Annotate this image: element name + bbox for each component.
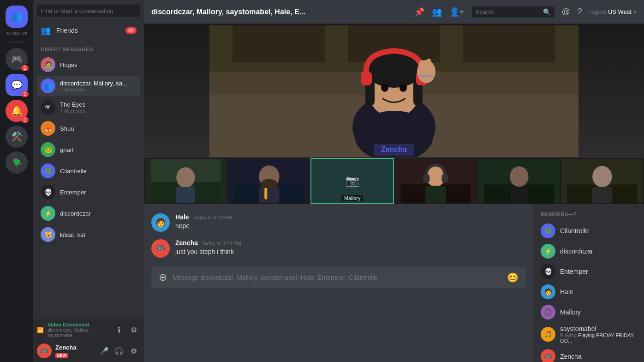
- alert-icon: 🔔: [11, 105, 23, 116]
- thumb-6[interactable]: [561, 158, 644, 204]
- message-hale: 🧑 Hale Today at 3:10 PM nope: [144, 211, 533, 234]
- dm-name-kitcat: kitcat_kat: [60, 231, 137, 238]
- dm-item-gnarf[interactable]: 🐸 gnarf: [37, 139, 140, 160]
- chevron-down-icon: ▾: [633, 8, 637, 15]
- alert-badge: 1: [21, 117, 29, 123]
- dm-sidebar: 👥 Friends 49 DIRECT MESSAGES 🧟 Hoges 👥 d…: [33, 0, 144, 362]
- member-info-zencha: Zencha: [560, 353, 637, 360]
- member-avatar-cilantrelle: 🌿: [541, 223, 555, 238]
- msg-header-zencha: Zencha Today at 3:10 PM: [175, 239, 526, 247]
- rail-item-game1[interactable]: 🎮 1: [6, 48, 28, 70]
- region-selector[interactable]: region US West ▾: [590, 8, 637, 15]
- user-controls: 🎤 🎧 ⚙: [98, 344, 140, 357]
- vc-settings-button[interactable]: ⚙: [127, 324, 140, 337]
- dm-avatar-shuu: 🦊: [41, 121, 55, 136]
- search-icon[interactable]: 🔍: [543, 8, 551, 16]
- dm-item-eyes[interactable]: 👁 The Eyes 7 Members: [37, 97, 140, 117]
- member-avatar-hale: 🧑: [541, 284, 555, 299]
- messages-list: 🧑 Hale Today at 3:10 PM nope 🎮: [144, 204, 533, 362]
- friends-badge: 49: [125, 27, 137, 34]
- pin-icon[interactable]: 📌: [414, 7, 424, 17]
- msg-body-zencha: Zencha Today at 3:10 PM just you steph i…: [175, 239, 526, 258]
- vc-info-button[interactable]: ℹ: [113, 324, 125, 337]
- msg-time-zencha: Today at 3:10 PM: [202, 241, 241, 246]
- member-info-mallory: Mallory: [560, 308, 637, 316]
- thumb-inner-5: [478, 159, 560, 203]
- dm-avatar-group1: 👥: [41, 78, 55, 93]
- dm-item-hoges[interactable]: 🧟 Hoges: [37, 54, 140, 75]
- dm-item-kitcat[interactable]: 🐱 kitcat_kat: [37, 224, 140, 245]
- thumb-4[interactable]: [394, 158, 477, 204]
- online-count: 78 ONLINE: [6, 31, 27, 36]
- dm-avatar-eyes: 👁: [41, 100, 55, 115]
- vc-info: Video Connected discordczar, Mallory, sa…: [48, 322, 109, 338]
- msg-header-hale: Hale Today at 3:10 PM: [175, 213, 526, 221]
- members-icon[interactable]: 👥: [432, 7, 442, 17]
- search-input[interactable]: [37, 5, 140, 17]
- svg-rect-28: [259, 187, 279, 203]
- member-hale[interactable]: 🧑 Hale: [537, 282, 640, 302]
- friends-item[interactable]: 👥 Friends 49: [37, 22, 140, 39]
- home-button[interactable]: 👥: [6, 6, 28, 28]
- member-cilantrelle[interactable]: 🌿 Cilantrelle: [537, 221, 640, 241]
- member-saystomabel[interactable]: 🎵 saystomabel Playing Playing FRIDAY FRI…: [537, 322, 640, 346]
- bottom-area: 📶 Video Connected discordczar, Mallory, …: [33, 320, 144, 362]
- svg-rect-43: [592, 187, 612, 203]
- deafen-button[interactable]: 🎧: [113, 344, 125, 357]
- add-member-icon[interactable]: 👤+: [449, 7, 465, 17]
- member-name-saystomabel: saystomabel: [560, 325, 637, 332]
- svg-rect-5: [463, 25, 555, 62]
- dm-info-eyes: The Eyes 7 Members: [60, 101, 137, 114]
- search-box-label: Search: [476, 8, 540, 15]
- member-info-hale: Hale: [560, 288, 637, 296]
- search-box[interactable]: Search 🔍: [472, 6, 555, 18]
- message-input[interactable]: [169, 269, 505, 286]
- rail-item-alert[interactable]: 🔔 1: [6, 100, 28, 122]
- svg-rect-39: [510, 187, 528, 203]
- thumb-2[interactable]: [227, 158, 311, 204]
- discord-badge: 1: [21, 91, 29, 97]
- dm-info-entemper: Entemper: [60, 189, 137, 196]
- new-badge: NEW: [55, 353, 68, 358]
- dm-info-shuu: Shuu: [60, 125, 137, 132]
- signal-icon: 📶: [37, 327, 44, 333]
- thumb-mallory[interactable]: 📷 Mallory: [310, 158, 394, 204]
- dm-item-cilantrelle[interactable]: 🌿 Cilantrelle: [37, 161, 140, 181]
- svg-point-22: [176, 167, 195, 187]
- dm-avatar-gnarf: 🐸: [41, 142, 55, 157]
- add-attachment-button[interactable]: ⊕: [157, 267, 169, 288]
- help-icon[interactable]: ?: [578, 7, 582, 17]
- rail-item-discord[interactable]: 💬 1: [6, 74, 28, 96]
- at-icon[interactable]: @: [562, 7, 570, 17]
- mute-button[interactable]: 🎤: [98, 344, 111, 357]
- user-name: Zencha: [55, 344, 94, 351]
- discord-icon: 💬: [11, 79, 23, 90]
- rail-item-tools[interactable]: ⚒️: [6, 126, 28, 148]
- home-icon: 👥: [11, 11, 23, 22]
- thumb-5[interactable]: [477, 158, 561, 204]
- dm-section-header: DIRECT MESSAGES: [33, 39, 144, 54]
- member-discordczar[interactable]: ⚡ discordczar: [537, 241, 640, 261]
- thumb-1[interactable]: [144, 158, 227, 204]
- thumb-inner-1: [145, 159, 227, 203]
- member-entemper[interactable]: 💀 Entemper: [537, 261, 640, 282]
- dm-item-shuu[interactable]: 🦊 Shuu: [37, 118, 140, 139]
- dm-info-group1: discordczar, Mallory, sa... 7 Members: [60, 80, 137, 92]
- dm-item-group1[interactable]: 👥 discordczar, Mallory, sa... 7 Members: [37, 76, 140, 96]
- game1-icon: 🎮: [11, 54, 23, 65]
- members-section-header: MEMBERS—7: [537, 211, 640, 221]
- messages-container: 🧑 Hale Today at 3:10 PM nope 🎮: [144, 204, 644, 362]
- emoji-button[interactable]: 😊: [505, 267, 520, 288]
- member-mallory[interactable]: 🎧 Mallory: [537, 302, 640, 322]
- rail-item-bug[interactable]: 🪲: [6, 151, 28, 174]
- dm-item-entemper[interactable]: 💀 Entemper: [37, 182, 140, 202]
- svg-rect-11: [361, 72, 372, 85]
- mallory-thumb-label: Mallory: [341, 195, 363, 201]
- member-zencha[interactable]: 🎮 Zencha: [537, 346, 640, 362]
- svg-rect-35: [425, 186, 446, 203]
- thumb-inner-6: [561, 159, 643, 203]
- message-zencha: 🎮 Zencha Today at 3:10 PM just you steph…: [144, 237, 533, 259]
- dm-sub-group1: 7 Members: [60, 87, 137, 92]
- dm-item-discordczar[interactable]: ⚡ discordczar: [37, 203, 140, 223]
- user-settings-button[interactable]: ⚙: [127, 344, 140, 357]
